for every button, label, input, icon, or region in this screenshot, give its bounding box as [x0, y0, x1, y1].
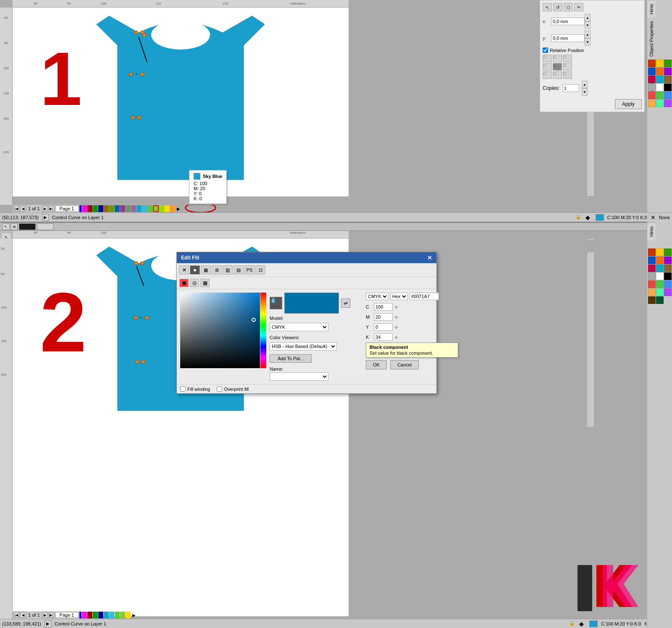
pos-bl[interactable]: ⬚ — [543, 71, 552, 79]
hue-strip[interactable] — [260, 293, 266, 368]
fill-icon-b[interactable]: ◆ — [579, 620, 586, 627]
coords-arrow[interactable]: ▶ — [42, 214, 49, 221]
y-up-btn[interactable]: ▲ — [585, 31, 591, 38]
swatch-b-db[interactable] — [98, 612, 103, 618]
page-next-top[interactable]: ▶ — [42, 206, 48, 212]
color-mode-cmyk[interactable]: ▣ — [179, 279, 189, 287]
swatch-b-sky[interactable] — [104, 612, 109, 618]
hex-dropdown[interactable]: Hex — [390, 293, 408, 300]
scrollbar-vertical-bottom[interactable] — [587, 238, 594, 427]
linear-fill-btn[interactable]: ▦ — [201, 265, 211, 275]
swatch-teal[interactable] — [115, 205, 120, 212]
pb-2[interactable] — [656, 249, 664, 256]
pos-tc[interactable]: ⬚ — [553, 55, 562, 62]
pb-16[interactable] — [648, 288, 656, 296]
pb-5[interactable] — [656, 256, 664, 264]
cancel-button[interactable]: Cancel — [390, 360, 419, 369]
eyedropper-icon-dialog[interactable]: 💧 — [270, 297, 282, 309]
swatch-b-dr[interactable] — [87, 612, 92, 618]
control-point-b3[interactable] — [134, 316, 138, 319]
lock-icon-top[interactable]: 🔒 — [575, 214, 582, 221]
swatch-highlighted[interactable] — [153, 205, 159, 212]
overprint-fill-checkbox[interactable] — [217, 386, 222, 392]
swatch-darkbrown[interactable] — [104, 205, 109, 212]
color-swatch-bottom[interactable] — [589, 620, 598, 627]
pb-11[interactable] — [656, 272, 664, 280]
y-input[interactable] — [374, 323, 393, 331]
pb-14[interactable] — [656, 280, 664, 288]
control-point-b6[interactable] — [142, 360, 145, 364]
pb-6[interactable] — [664, 256, 672, 264]
k-input[interactable] — [374, 333, 393, 341]
minibar-fill[interactable] — [19, 223, 36, 230]
pb-7[interactable] — [648, 264, 656, 272]
props-tool-3[interactable]: ⬡ — [564, 3, 573, 11]
page-prev-b[interactable]: ◀ — [20, 612, 26, 618]
swatch-b-by[interactable] — [126, 612, 131, 618]
swatch-olive[interactable] — [109, 205, 114, 212]
copies-input[interactable] — [562, 84, 579, 92]
name-select[interactable] — [270, 372, 328, 381]
page-prev-top[interactable]: ◀ — [20, 206, 26, 212]
y-down-btn[interactable]: ▼ — [585, 38, 591, 46]
pb-15[interactable] — [664, 280, 672, 288]
ok-button[interactable]: OK — [366, 360, 387, 369]
palette-yellow[interactable] — [656, 60, 664, 67]
pattern-fill-btn[interactable]: ▧ — [223, 265, 233, 275]
swatch-b-dg2[interactable] — [93, 612, 98, 618]
hints-tab[interactable]: Hints — [647, 0, 656, 18]
control-point-6[interactable] — [131, 116, 135, 119]
x-up-btn[interactable]: ▲ — [585, 14, 591, 21]
palette-gray[interactable] — [648, 84, 656, 91]
page-first-b[interactable]: |◀ — [13, 612, 19, 618]
pb-18[interactable] — [664, 288, 672, 296]
page-first-top[interactable]: |◀ — [13, 206, 19, 212]
solid-fill-btn[interactable]: ■ — [190, 265, 200, 275]
pos-br[interactable]: ⬚ — [563, 71, 572, 79]
palette-scroll-right[interactable]: ▶ — [177, 207, 180, 211]
fill-winding-checkbox[interactable] — [180, 386, 186, 392]
fill-icon-top[interactable]: ◆ — [585, 214, 592, 221]
pos-bc[interactable]: ⬚ — [553, 71, 562, 79]
swatch-b-m[interactable] — [82, 612, 87, 618]
control-point-b4[interactable] — [145, 316, 149, 319]
palette-green[interactable] — [664, 60, 672, 67]
page-last-top[interactable]: ▶| — [49, 206, 55, 212]
swatch-b-lc[interactable] — [109, 612, 114, 618]
x-input[interactable] — [551, 18, 585, 25]
c-spinner[interactable]: ⊹ — [394, 305, 399, 309]
palette-pink[interactable] — [648, 76, 656, 83]
palette-violet[interactable] — [664, 99, 672, 107]
color-viewers-select[interactable]: HSB - Hue Based (Default) — [270, 342, 337, 351]
pb-19[interactable] — [648, 296, 656, 304]
pb-8[interactable] — [656, 264, 664, 272]
color-swatch-top[interactable] — [596, 214, 604, 221]
apply-button[interactable]: Apply — [615, 99, 642, 109]
no-fill-btn[interactable]: ✕ — [179, 265, 189, 275]
palette-cyan[interactable] — [656, 76, 664, 83]
palette-red[interactable] — [648, 60, 656, 67]
props-tool-1[interactable]: ↖ — [543, 3, 552, 11]
m-spinner[interactable]: ⊹ — [394, 315, 399, 319]
hints-tab-b[interactable]: Hints — [647, 222, 656, 240]
hex-input[interactable] — [410, 293, 439, 300]
pb-1[interactable] — [648, 249, 656, 256]
palette-peach[interactable] — [648, 99, 656, 107]
palette-orange[interactable] — [656, 68, 664, 75]
props-tool-2[interactable]: ↺ — [553, 3, 562, 11]
pos-mr[interactable]: ⬚ — [563, 63, 572, 71]
color-gradient-area[interactable] — [180, 293, 260, 368]
props-tool-4[interactable]: ✂ — [574, 3, 583, 11]
model-select[interactable]: CMYK RGB HSB — [270, 323, 328, 331]
minibar-select[interactable]: ↖ — [2, 223, 10, 230]
coords-arrow-b[interactable]: ▶ — [45, 620, 51, 627]
pb-17[interactable] — [656, 288, 664, 296]
color-model-dropdown[interactable]: CMYK — [366, 293, 388, 300]
copies-down-btn[interactable]: ▼ — [582, 88, 588, 96]
palette-lightred[interactable] — [648, 92, 656, 99]
palette-brown[interactable] — [664, 76, 672, 83]
color-mode-wheel[interactable]: ◎ — [190, 279, 199, 287]
swatch-lime[interactable] — [159, 205, 164, 212]
minibar-x[interactable]: ✕ — [11, 223, 18, 230]
swatch-b-lg2[interactable] — [115, 612, 120, 618]
